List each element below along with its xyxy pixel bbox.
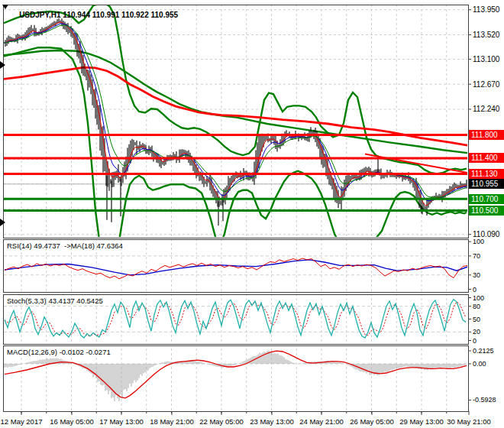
separator-rsi-stoch[interactable] bbox=[0, 291, 504, 293]
stoch-panel[interactable] bbox=[3, 294, 468, 344]
separator-stoch-macd[interactable] bbox=[0, 343, 504, 345]
macd-panel[interactable] bbox=[3, 345, 468, 411]
price-axis[interactable] bbox=[468, 5, 504, 411]
time-axis[interactable] bbox=[0, 411, 504, 428]
main-chart-panel[interactable] bbox=[3, 5, 468, 238]
rsi-panel[interactable] bbox=[3, 239, 468, 292]
mt4-chart-window: 113.950113.520113.100112.670112.240110.0… bbox=[0, 0, 504, 428]
separator-main-rsi[interactable] bbox=[0, 237, 504, 239]
